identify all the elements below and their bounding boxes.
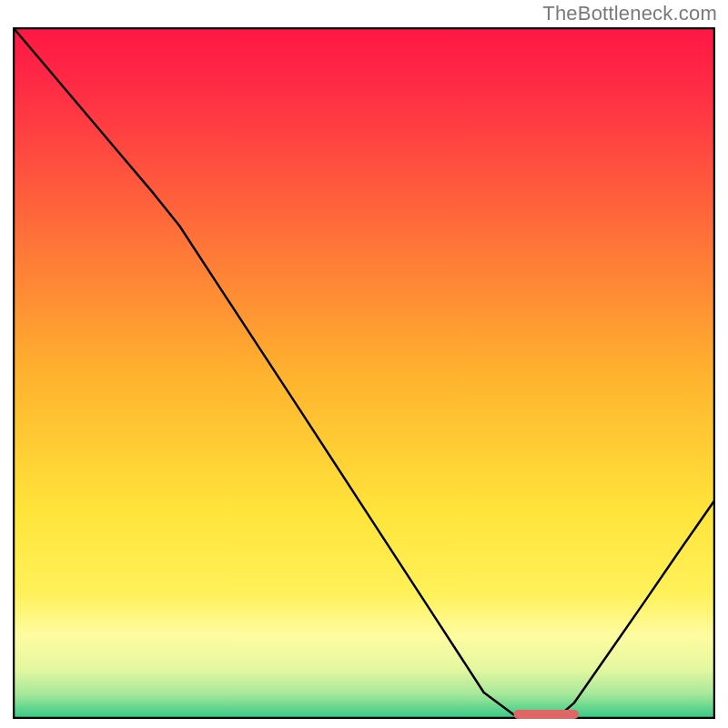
gradient-background [14,28,714,718]
bottleneck-chart-svg [13,27,715,719]
watermark-text: TheBottleneck.com [542,2,717,25]
plot-area [13,27,715,719]
chart-container: TheBottleneck.com [0,0,728,728]
